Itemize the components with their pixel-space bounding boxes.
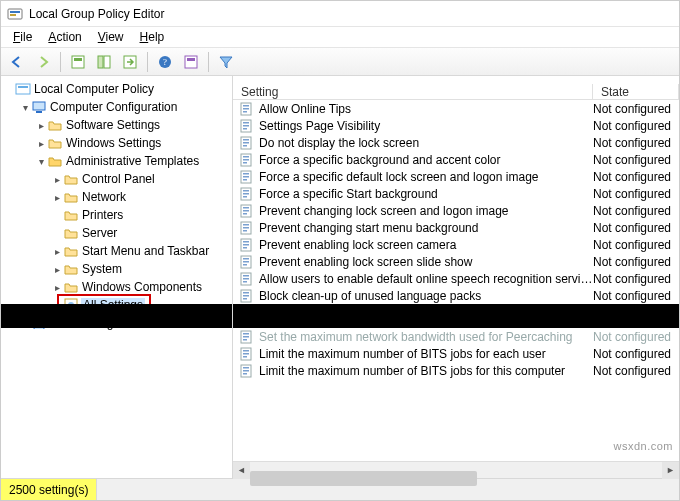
toolbar: ? xyxy=(1,48,679,76)
svg-rect-61 xyxy=(243,278,249,280)
twisty-closed-icon[interactable]: ▸ xyxy=(51,282,63,293)
list-body: Allow Online TipsNot configuredSettings … xyxy=(233,100,679,461)
svg-rect-45 xyxy=(243,210,249,212)
svg-text:?: ? xyxy=(163,57,167,67)
help-button[interactable]: ? xyxy=(153,50,177,74)
list-item[interactable]: Block clean-up of unused language packsN… xyxy=(233,287,679,304)
svg-rect-62 xyxy=(243,281,247,283)
back-button[interactable] xyxy=(5,50,29,74)
folder-icon xyxy=(63,261,79,277)
twisty-closed-icon[interactable]: ▸ xyxy=(51,264,63,275)
scroll-right-button[interactable]: ► xyxy=(662,462,679,479)
scroll-thumb[interactable] xyxy=(250,471,477,486)
folder-icon xyxy=(47,135,63,151)
list-item[interactable]: Prevent enabling lock screen slide showN… xyxy=(233,253,679,270)
svg-rect-78 xyxy=(243,373,247,375)
list-item[interactable]: Allow users to enable default online spe… xyxy=(233,270,679,287)
folder-icon xyxy=(63,207,79,223)
tree-pane: Local Computer Policy ▾ Computer Configu… xyxy=(1,76,233,478)
column-header-setting[interactable]: Setting xyxy=(233,84,593,99)
svg-rect-66 xyxy=(243,298,247,300)
list-item[interactable]: Prevent enabling lock screen cameraNot c… xyxy=(233,236,679,253)
tree-start-menu-taskbar[interactable]: ▸ Start Menu and Taskbar xyxy=(3,242,230,260)
list-item[interactable]: Force a specific background and accent c… xyxy=(233,151,679,168)
list-item[interactable]: Prevent changing lock screen and logon i… xyxy=(233,202,679,219)
properties-button[interactable] xyxy=(66,50,90,74)
tree-label: Computer Configuration xyxy=(50,100,177,114)
column-header-state[interactable]: State xyxy=(593,84,679,99)
toolbar-separator xyxy=(208,52,209,72)
list-item[interactable]: Settings Page VisibilityNot configured xyxy=(233,117,679,134)
list-item[interactable]: Limit the maximum number of BITS jobs fo… xyxy=(233,362,679,379)
tree-system[interactable]: ▸ System xyxy=(3,260,230,278)
list-item[interactable]: Prevent changing start menu backgroundNo… xyxy=(233,219,679,236)
tree-control-panel[interactable]: ▸ Control Panel xyxy=(3,170,230,188)
tree-label: Server xyxy=(82,226,117,240)
list-item-state: Not configured xyxy=(593,347,679,361)
toolbar-separator xyxy=(60,52,61,72)
tree-root[interactable]: Local Computer Policy xyxy=(3,80,230,98)
twisty-closed-icon[interactable]: ▸ xyxy=(51,246,63,257)
tree-server[interactable]: Server xyxy=(3,224,230,242)
policy-item-icon xyxy=(239,237,255,253)
twisty-open-icon[interactable]: ▾ xyxy=(19,102,31,113)
tree-label: Start Menu and Taskbar xyxy=(82,244,209,258)
tree-label: System xyxy=(82,262,122,276)
list-item[interactable]: Set the maximum network bandwidth used f… xyxy=(233,328,679,345)
tree-printers[interactable]: Printers xyxy=(3,206,230,224)
horizontal-scrollbar[interactable]: ◄ ► xyxy=(233,461,679,478)
forward-button[interactable] xyxy=(31,50,55,74)
filter-button[interactable] xyxy=(214,50,238,74)
folder-icon xyxy=(63,189,79,205)
policy-icon-button[interactable] xyxy=(179,50,203,74)
list-item[interactable]: Allow Online TipsNot configured xyxy=(233,100,679,117)
tree-label: Windows Settings xyxy=(66,136,161,150)
status-count: 2500 setting(s) xyxy=(1,479,97,500)
list-item-label: Prevent changing lock screen and logon i… xyxy=(259,204,593,218)
list-item-state: Not configured xyxy=(593,187,679,201)
scroll-left-button[interactable]: ◄ xyxy=(233,462,250,479)
svg-rect-37 xyxy=(243,176,249,178)
tree-windows-settings[interactable]: ▸ Windows Settings xyxy=(3,134,230,152)
list-item-label: Prevent enabling lock screen camera xyxy=(259,238,593,252)
tree-network[interactable]: ▸ Network xyxy=(3,188,230,206)
list-item-state: Not configured xyxy=(593,255,679,269)
folder-icon xyxy=(63,243,79,259)
policy-item-icon xyxy=(239,329,255,345)
menu-action[interactable]: Action xyxy=(40,28,89,46)
svg-rect-38 xyxy=(243,179,247,181)
svg-rect-77 xyxy=(243,370,249,372)
policy-item-icon xyxy=(239,363,255,379)
list-item[interactable]: Do not display the lock screenNot config… xyxy=(233,134,679,151)
list-item-state: Not configured xyxy=(593,364,679,378)
list-item-state: Not configured xyxy=(593,102,679,116)
twisty-open-icon[interactable]: ▾ xyxy=(35,156,47,167)
menu-help[interactable]: Help xyxy=(132,28,173,46)
redaction-band xyxy=(1,304,232,328)
app-icon xyxy=(7,6,23,22)
list-item[interactable]: Force a specific default lock screen and… xyxy=(233,168,679,185)
twisty-closed-icon[interactable]: ▸ xyxy=(51,174,63,185)
svg-rect-24 xyxy=(243,122,249,124)
twisty-closed-icon[interactable]: ▸ xyxy=(35,138,47,149)
list-item[interactable]: Force a specific Start backgroundNot con… xyxy=(233,185,679,202)
export-list-button[interactable] xyxy=(118,50,142,74)
list-item[interactable]: Limit the maximum number of BITS jobs fo… xyxy=(233,345,679,362)
svg-rect-73 xyxy=(243,353,249,355)
svg-rect-57 xyxy=(243,261,249,263)
tree-admin-templates[interactable]: ▾ Administrative Templates xyxy=(3,152,230,170)
show-hide-tree-button[interactable] xyxy=(92,50,116,74)
twisty-closed-icon[interactable]: ▸ xyxy=(35,120,47,131)
svg-rect-44 xyxy=(243,207,249,209)
menu-view[interactable]: View xyxy=(90,28,132,46)
svg-rect-42 xyxy=(243,196,247,198)
svg-rect-36 xyxy=(243,173,249,175)
tree-label: Software Settings xyxy=(66,118,160,132)
menu-file[interactable]: File xyxy=(5,28,40,46)
svg-rect-13 xyxy=(18,86,28,88)
tree-computer-configuration[interactable]: ▾ Computer Configuration xyxy=(3,98,230,116)
tree-software-settings[interactable]: ▸ Software Settings xyxy=(3,116,230,134)
list-item-state: Not configured xyxy=(593,221,679,235)
list-item-state: Not configured xyxy=(593,289,679,303)
twisty-closed-icon[interactable]: ▸ xyxy=(51,192,63,203)
